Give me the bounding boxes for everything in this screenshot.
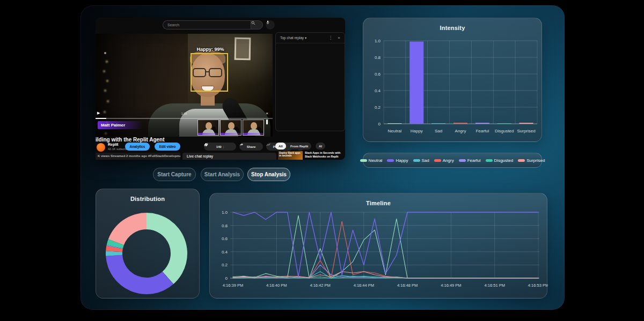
svg-text:4:16:40 PM: 4:16:40 PM: [266, 283, 287, 288]
svg-text:1.0: 1.0: [222, 210, 228, 215]
chip-ai[interactable]: AI: [316, 143, 325, 150]
player-controls-row: ▶ 1:38 ×: [96, 111, 273, 117]
analytics-button[interactable]: Analytics: [125, 143, 150, 151]
video-thumbnail[interactable]: [243, 120, 264, 136]
svg-text:0.6: 0.6: [375, 72, 381, 77]
legend-label: Surprised: [526, 158, 545, 163]
face-detection-box: Happy: 99%: [191, 53, 228, 92]
start-capture-button[interactable]: Start Capture: [153, 168, 196, 181]
thumb-face: [228, 122, 235, 130]
share-icon: [239, 143, 244, 147]
screen: Happy: 99% ▶ 1:38 × Matt Palmer Top: [0, 0, 644, 321]
pill-divider: |: [223, 145, 224, 148]
live-chat-replay-bar[interactable]: Live chat replay: [182, 153, 276, 160]
svg-text:Angry: Angry: [455, 129, 466, 133]
ad-text: Slack Apps in Seconds with Slack Webhook…: [305, 151, 345, 159]
svg-text:4:16:39 PM: 4:16:39 PM: [223, 283, 243, 288]
legend-label: Sad: [422, 158, 429, 163]
legend-label: Angry: [443, 158, 454, 163]
video-thumbnail[interactable]: [197, 120, 219, 136]
svg-text:Surprised: Surprised: [517, 129, 535, 133]
search-input[interactable]: [163, 20, 251, 29]
search-icon: [251, 21, 255, 25]
legend-swatch: [360, 159, 367, 162]
search-button[interactable]: [251, 20, 263, 29]
playback-time: 1:38: [96, 112, 273, 115]
legend-label: Happy: [396, 158, 408, 163]
chip-all[interactable]: All: [275, 143, 286, 150]
mic-button[interactable]: [266, 20, 275, 29]
youtube-panel: Happy: 99% ▶ 1:38 × Matt Palmer Top: [96, 18, 345, 160]
chat-replay-panel: Top chat replay ▾ ⋮ ×: [275, 32, 345, 131]
channel-name[interactable]: Replit: [108, 143, 118, 146]
svg-text:0.4: 0.4: [375, 88, 381, 93]
channel-avatar[interactable]: [97, 143, 105, 152]
chat-header[interactable]: Top chat replay ▾: [276, 33, 345, 43]
legend-swatch: [486, 159, 493, 162]
legend-item-neutral[interactable]: Neutral: [360, 158, 383, 163]
mic-icon: [266, 20, 270, 25]
legend-swatch: [434, 159, 441, 162]
legend-label: Disgusted: [494, 158, 514, 163]
chat-header-label: Top chat replay: [280, 36, 304, 40]
svg-text:Happy: Happy: [411, 129, 423, 133]
legend-item-disgusted[interactable]: Disgusted: [486, 158, 514, 163]
chip-from-replit[interactable]: From Replit: [287, 143, 311, 150]
banner-close-icon[interactable]: ×: [266, 111, 268, 116]
ad-thumbnail[interactable]: Deploy Slack apps in seconds: [278, 151, 303, 160]
thumbnail-scrollbar[interactable]: [266, 120, 268, 124]
edit-video-button[interactable]: Edit video: [155, 143, 180, 151]
svg-text:Neutral: Neutral: [388, 129, 402, 133]
svg-text:4:16:53 PM: 4:16:53 PM: [528, 283, 548, 288]
share-button[interactable]: Share: [239, 143, 263, 151]
progress-bar[interactable]: [96, 118, 273, 119]
like-dislike-pill[interactable]: 140 |: [204, 143, 236, 151]
promote-icon: [266, 143, 270, 147]
legend-swatch: [518, 159, 525, 162]
svg-text:0.8: 0.8: [375, 55, 381, 60]
timeline-card: Timeline 00.20.40.60.81.04:16:39 PM4:16:…: [209, 193, 547, 298]
legend-item-sad[interactable]: Sad: [413, 158, 429, 163]
stop-analysis-button[interactable]: Stop Analysis: [247, 168, 290, 181]
legend-item-fearful[interactable]: Fearful: [459, 158, 481, 163]
legend-swatch: [387, 159, 394, 162]
svg-text:4:16:49 PM: 4:16:49 PM: [441, 283, 461, 288]
svg-text:4:16:44 PM: 4:16:44 PM: [354, 283, 374, 288]
legend-item-happy[interactable]: Happy: [387, 158, 408, 163]
intensity-card: Intensity 00.20.40.60.81.0NeutralHappySa…: [363, 18, 542, 142]
svg-text:Disgusted: Disgusted: [495, 129, 514, 133]
legend-label: Neutral: [369, 158, 383, 163]
svg-text:0.2: 0.2: [375, 105, 381, 110]
svg-text:0: 0: [225, 276, 228, 281]
video-player[interactable]: Happy: 99% ▶ 1:38 × Matt Palmer: [96, 34, 273, 137]
svg-text:0.6: 0.6: [222, 236, 228, 241]
emotion-label: Happy: 99%: [175, 47, 245, 52]
svg-text:0.4: 0.4: [222, 250, 228, 255]
chevron-down-icon: ▾: [305, 36, 306, 40]
svg-text:4:16:48 PM: 4:16:48 PM: [397, 283, 418, 288]
legend-item-surprised[interactable]: Surprised: [518, 158, 545, 163]
chat-kebab-icon[interactable]: ⋮: [328, 33, 333, 43]
thumbnail-strip[interactable]: [197, 120, 264, 136]
svg-text:Fearful: Fearful: [475, 129, 489, 133]
thumbs-down-icon: [204, 143, 208, 147]
chat-close-icon[interactable]: ×: [338, 33, 340, 43]
video-meta-line: K views Streamed 2 months ago #FullStack…: [96, 153, 180, 160]
svg-text:0.2: 0.2: [222, 263, 228, 267]
video-thumbnail[interactable]: [220, 120, 241, 136]
thumb-lower-third: [198, 133, 218, 135]
like-count: 140: [216, 145, 222, 148]
start-analysis-button[interactable]: Start Analysis: [201, 168, 244, 181]
legend-swatch: [459, 159, 466, 162]
svg-text:4:16:51 PM: 4:16:51 PM: [485, 283, 505, 288]
svg-text:0.8: 0.8: [222, 223, 228, 228]
video-title: ilding with the Replit Agent: [96, 137, 257, 143]
share-label: Share: [247, 145, 256, 148]
distribution-card: Distribution: [96, 189, 200, 298]
legend-label: Fearful: [467, 158, 481, 163]
thumb-face: [251, 122, 257, 130]
emotion-dashboard-window: Happy: 99% ▶ 1:38 × Matt Palmer Top: [80, 5, 565, 310]
legend-item-angry[interactable]: Angry: [434, 158, 454, 163]
legend-swatch: [413, 159, 420, 162]
intensity-chart: 00.20.40.60.81.0NeutralHappySadAngryFear…: [363, 18, 543, 143]
